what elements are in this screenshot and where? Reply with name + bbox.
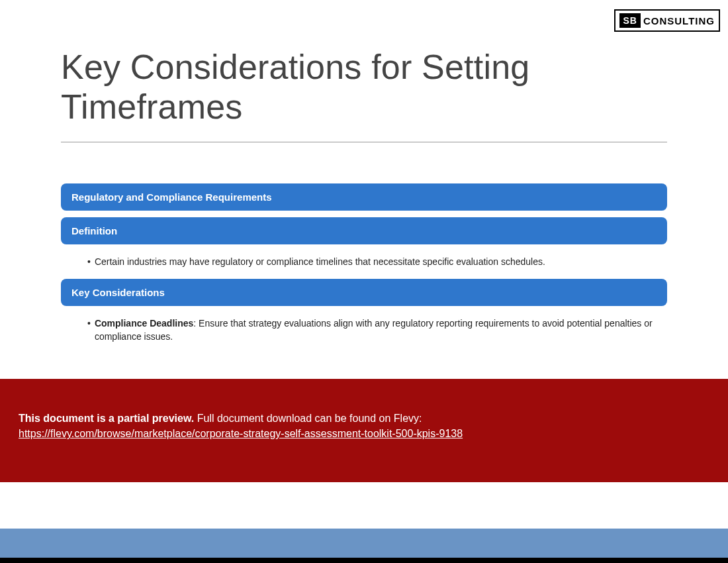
logo-badge: SB [619, 13, 640, 28]
slide-container: SB CONSULTING Key Considerations for Set… [0, 0, 728, 563]
section-header-definition: Definition [61, 217, 667, 244]
section-header-considerations: Key Considerations [61, 279, 667, 306]
preview-text-line: This document is a partial preview. Full… [19, 411, 709, 426]
consideration-bullet: Compliance Deadlines: Ensure that strate… [87, 317, 667, 344]
definition-text: Certain industries may have regulatory o… [95, 255, 545, 268]
definition-bullet-area: Certain industries may have regulatory o… [61, 251, 667, 276]
preview-link[interactable]: https://flevy.com/browse/marketplace/cor… [19, 428, 463, 439]
definition-bullet: Certain industries may have regulatory o… [87, 255, 667, 268]
logo-text: CONSULTING [643, 15, 715, 26]
preview-bold: This document is a partial preview. [19, 413, 194, 424]
considerations-bullet-area: Compliance Deadlines: Ensure that strate… [61, 313, 667, 352]
page-title: Key Considerations for Setting Timeframe… [61, 48, 667, 127]
consideration-text: Compliance Deadlines: Ensure that strate… [95, 317, 667, 344]
preview-banner: This document is a partial preview. Full… [0, 379, 728, 482]
consideration-bold: Compliance Deadlines [95, 318, 193, 329]
footer-black-bar [0, 558, 728, 563]
footer-blue-bar [0, 529, 728, 558]
content-area: Regulatory and Compliance Requirements D… [0, 142, 728, 352]
brand-logo: SB CONSULTING [614, 9, 720, 32]
section-header-regulatory: Regulatory and Compliance Requirements [61, 183, 667, 211]
preview-rest: Full document download can be found on F… [194, 413, 422, 424]
